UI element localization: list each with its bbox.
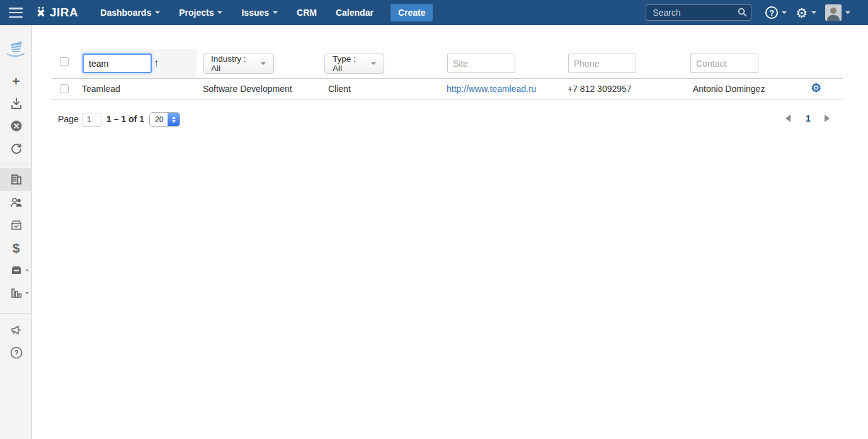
- sidebar-item-transactions[interactable]: $: [0, 236, 32, 259]
- cell-site-link[interactable]: http://www.teamlead.ru: [447, 84, 536, 94]
- search-icon[interactable]: [738, 8, 747, 17]
- import-button[interactable]: [0, 92, 32, 115]
- top-navigation-bar: JIRA Dashboards Projects Issues CRM Cale…: [0, 0, 868, 25]
- create-button[interactable]: Create: [391, 4, 433, 21]
- nav-issues[interactable]: Issues: [232, 0, 287, 25]
- chevron-down-icon: [371, 62, 376, 65]
- add-button[interactable]: +: [0, 69, 32, 92]
- current-page-number[interactable]: 1: [806, 113, 811, 123]
- user-profile-menu[interactable]: [825, 4, 850, 21]
- next-page-arrow-icon[interactable]: [825, 115, 830, 122]
- sidebar-item-help[interactable]: ?: [0, 341, 32, 364]
- sidebar-divider: [0, 313, 31, 314]
- cell-industry: Software Development: [203, 84, 292, 94]
- chevron-down-icon: [845, 11, 850, 14]
- jira-logo[interactable]: JIRA: [34, 6, 78, 20]
- chevron-down-icon: [273, 11, 278, 14]
- page-size-value: 20: [150, 113, 168, 126]
- teamlead-crm-logo: [0, 37, 31, 64]
- plus-icon: +: [12, 74, 20, 88]
- chevron-down-icon: [155, 11, 160, 14]
- topbar-right-group: ? ⚙: [646, 4, 868, 21]
- cell-contact: Antonio Domingez: [693, 84, 765, 94]
- chevron-down-icon: [261, 62, 266, 65]
- type-filter-button[interactable]: Type : All: [324, 54, 384, 74]
- results-range-text: 1 – 1 of 1: [106, 114, 144, 124]
- gear-icon: ⚙: [796, 6, 808, 20]
- inbox-icon: [9, 263, 23, 277]
- chevron-down-icon: [217, 11, 222, 14]
- box-check-icon: [9, 218, 23, 232]
- table-divider: [52, 100, 843, 100]
- site-filter-input[interactable]: [447, 54, 515, 73]
- cell-company-name: Teamlead: [82, 84, 120, 94]
- sidebar-item-announcements[interactable]: [0, 319, 32, 341]
- industry-filter-button[interactable]: Industry : All: [203, 54, 274, 74]
- avatar: [825, 4, 842, 21]
- chevron-down-icon: [782, 11, 787, 14]
- sidebar: +: [0, 25, 32, 439]
- close-circle-icon: [10, 120, 23, 132]
- nav-dashboards[interactable]: Dashboards: [91, 0, 169, 25]
- sidebar-item-contacts[interactable]: [0, 191, 32, 214]
- row-actions-gear-icon[interactable]: ⚙: [811, 82, 821, 94]
- previous-page-arrow-icon[interactable]: [785, 115, 791, 122]
- hamburger-menu-icon[interactable]: [9, 8, 23, 18]
- page-number-input[interactable]: [83, 113, 101, 127]
- chevron-down-icon: [25, 292, 29, 294]
- global-search: [646, 4, 751, 21]
- sidebar-item-reports[interactable]: [0, 282, 32, 304]
- svg-text:?: ?: [14, 349, 18, 356]
- building-icon: [9, 173, 23, 186]
- brand-name: JIRA: [50, 6, 78, 20]
- page-size-select[interactable]: 20: [149, 112, 180, 127]
- download-icon: [10, 97, 23, 110]
- chevron-down-icon: [25, 270, 29, 271]
- sidebar-divider: [0, 164, 31, 164]
- people-icon: [9, 195, 23, 209]
- sidebar-item-inbox[interactable]: [0, 259, 32, 282]
- phone-filter-input[interactable]: [568, 54, 636, 73]
- bar-chart-icon: [9, 286, 23, 300]
- page-label: Page: [58, 114, 79, 124]
- name-filter-input[interactable]: [83, 54, 152, 73]
- cell-type: Client: [328, 84, 351, 94]
- sidebar-item-products[interactable]: [0, 214, 32, 236]
- contact-filter-input[interactable]: [690, 54, 758, 73]
- nav-crm[interactable]: CRM: [287, 0, 326, 25]
- megaphone-icon: [9, 323, 23, 337]
- admin-settings-menu[interactable]: ⚙: [796, 6, 816, 20]
- help-menu[interactable]: ?: [765, 6, 787, 19]
- dollar-icon: $: [13, 241, 20, 254]
- jira-guy-icon: [34, 6, 48, 20]
- cell-phone: +7 812 3092957: [568, 84, 632, 94]
- table-divider: [52, 78, 843, 79]
- select-all-checkbox[interactable]: [60, 57, 69, 66]
- clear-button[interactable]: [0, 115, 32, 137]
- search-input[interactable]: [646, 4, 751, 21]
- chevron-down-icon: [811, 11, 816, 14]
- select-stepper-icon: [168, 113, 180, 126]
- nav-calendar[interactable]: Calendar: [326, 0, 383, 25]
- top-nav-menu: Dashboards Projects Issues CRM Calendar …: [91, 0, 433, 25]
- question-circle-icon: ?: [9, 346, 23, 360]
- redo-icon: [10, 142, 23, 155]
- sidebar-item-companies[interactable]: [0, 168, 32, 191]
- help-icon: ?: [765, 6, 778, 19]
- app-root: JIRA Dashboards Projects Issues CRM Cale…: [0, 0, 868, 439]
- refresh-button[interactable]: [0, 137, 32, 160]
- sort-ascending-icon[interactable]: ↑: [154, 57, 159, 69]
- nav-projects[interactable]: Projects: [169, 0, 232, 25]
- row-checkbox[interactable]: [60, 84, 69, 93]
